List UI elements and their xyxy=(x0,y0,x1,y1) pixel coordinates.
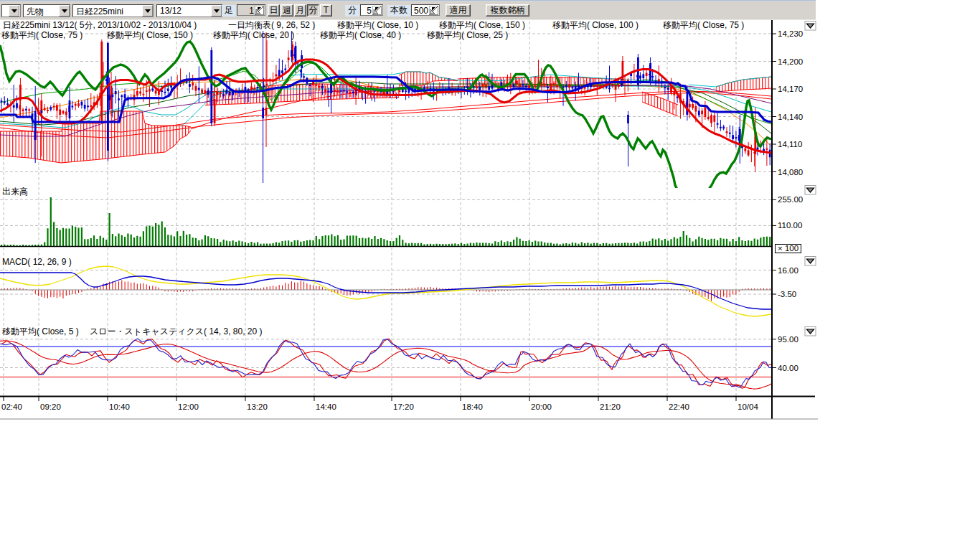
svg-text:09:20: 09:20 xyxy=(40,402,61,411)
svg-text:10/04: 10/04 xyxy=(738,402,758,411)
svg-text:移動平均( Close, 5 ) スロー・ストキャスティク: 移動平均( Close, 5 ) スロー・ストキャスティクス( 14, 3, 8… xyxy=(2,326,263,336)
svg-text:14:40: 14:40 xyxy=(316,402,336,411)
svg-text:-3.50: -3.50 xyxy=(778,290,796,298)
svg-text:移動平均( Close, 40 ): 移動平均( Close, 40 ) xyxy=(320,30,401,40)
svg-text:14,110: 14,110 xyxy=(778,140,802,149)
svg-text:MACD( 12, 26, 9 ): MACD( 12, 26, 9 ) xyxy=(2,257,72,267)
svg-text:移動平均( Close, 75 ): 移動平均( Close, 75 ) xyxy=(663,20,744,30)
svg-text:移動平均( Close, 10 ): 移動平均( Close, 10 ) xyxy=(337,20,418,30)
svg-text:110.00: 110.00 xyxy=(778,221,802,230)
svg-text:255.00: 255.00 xyxy=(778,195,803,204)
svg-text:× 100: × 100 xyxy=(778,244,798,253)
svg-text:16.00: 16.00 xyxy=(778,266,798,275)
svg-text:移動平均( Close, 150 ): 移動平均( Close, 150 ) xyxy=(439,20,525,30)
svg-text:17:20: 17:20 xyxy=(393,402,414,411)
svg-text:18:40: 18:40 xyxy=(462,402,483,411)
svg-text:02:40: 02:40 xyxy=(1,402,22,411)
svg-text:出来高: 出来高 xyxy=(2,187,28,197)
svg-text:日経225mini 13/12( 5分, 2013/10/0: 日経225mini 13/12( 5分, 2013/10/02 - 2013/1… xyxy=(3,20,197,30)
svg-text:21:20: 21:20 xyxy=(600,402,621,411)
svg-text:14,200: 14,200 xyxy=(778,57,803,66)
svg-text:移動平均( Close, 150 ): 移動平均( Close, 150 ) xyxy=(107,30,193,40)
svg-text:14,170: 14,170 xyxy=(778,85,803,93)
svg-text:移動平均( Close, 100 ): 移動平均( Close, 100 ) xyxy=(552,20,639,30)
svg-text:22:40: 22:40 xyxy=(669,402,689,411)
svg-text:一目均衡表( 9, 26, 52 ): 一目均衡表( 9, 26, 52 ) xyxy=(228,20,315,30)
svg-text:移動平均( Close, 20 ): 移動平均( Close, 20 ) xyxy=(213,30,294,40)
svg-text:14,080: 14,080 xyxy=(778,168,803,176)
svg-text:95.00: 95.00 xyxy=(778,335,798,344)
svg-text:13:20: 13:20 xyxy=(247,402,268,411)
svg-text:40.00: 40.00 xyxy=(778,364,798,372)
svg-text:14,140: 14,140 xyxy=(778,113,803,121)
svg-text:10:40: 10:40 xyxy=(109,402,130,411)
svg-text:14,230: 14,230 xyxy=(778,29,803,38)
svg-text:20:00: 20:00 xyxy=(531,402,552,411)
svg-text:移動平均( Close, 75 ): 移動平均( Close, 75 ) xyxy=(1,30,83,40)
svg-text:12:00: 12:00 xyxy=(178,402,199,411)
svg-text:移動平均( Close, 25 ): 移動平均( Close, 25 ) xyxy=(427,30,508,40)
